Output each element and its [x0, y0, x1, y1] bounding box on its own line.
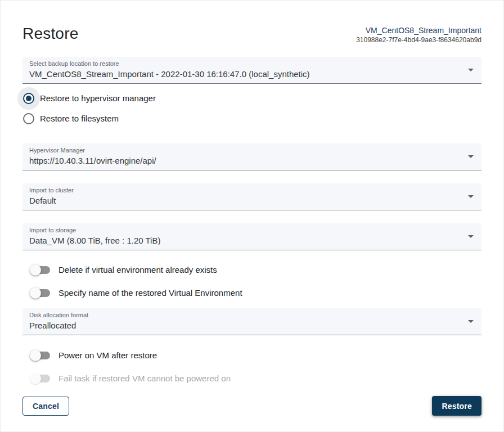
toggle-off-icon [32, 352, 50, 359]
radio-label: Restore to hypervisor manager [40, 93, 156, 104]
radio-halo [17, 87, 40, 110]
dropdown-arrow-icon [468, 195, 474, 198]
vm-name: VM_CentOS8_Stream_Important [356, 25, 482, 35]
radio-halo [17, 107, 40, 130]
dropdown-arrow-icon [468, 69, 474, 71]
backup-location-value: VM_CentOS8_Stream_Important - 2022-01-30… [29, 69, 461, 80]
dialog-header: Restore VM_CentOS8_Stream_Important 3109… [22, 24, 482, 44]
hypervisor-manager-select[interactable]: Hypervisor Manager https://10.40.3.11/ov… [22, 143, 482, 170]
dropdown-arrow-icon [468, 320, 474, 323]
toggle-off-icon [32, 266, 50, 274]
import-cluster-label: Import to cluster [29, 187, 461, 194]
toggle-specify-name[interactable]: Specify name of the restored Virtual Env… [22, 284, 482, 302]
cancel-button[interactable]: Cancel [22, 397, 69, 416]
import-cluster-value: Default [29, 195, 461, 206]
hypervisor-manager-value: https://10.40.3.11/ovirt-engine/api/ [29, 155, 461, 166]
import-cluster-select[interactable]: Import to cluster Default [22, 183, 482, 210]
disk-allocation-value: Preallocated [29, 320, 461, 331]
action-bar: Cancel Restore [22, 396, 482, 416]
toggle-power-on-vm[interactable]: Power on VM after restore [22, 346, 482, 364]
import-storage-value: Data_VM (8.00 TiB, free : 1.20 TiB) [29, 235, 461, 246]
restore-dialog: Restore VM_CentOS8_Stream_Important 3109… [0, 0, 504, 432]
toggle-label: Fail task if restored VM cannot be power… [58, 373, 231, 384]
page-title: Restore [22, 24, 78, 43]
dropdown-arrow-icon [468, 235, 474, 238]
backup-location-label: Select backup location to restore [29, 60, 461, 68]
restore-target-radio-group: Restore to hypervisor manager Restore to… [17, 89, 482, 128]
disk-allocation-select[interactable]: Disk allocation format Preallocated [22, 308, 482, 335]
toggle-off-disabled-icon [32, 375, 50, 382]
import-storage-select[interactable]: Import to storage Data_VM (8.00 TiB, fre… [22, 223, 482, 250]
toggle-delete-if-exists[interactable]: Delete if virtual environment already ex… [22, 261, 482, 279]
import-storage-label: Import to storage [29, 227, 461, 234]
dropdown-arrow-icon [468, 155, 474, 158]
backup-location-select[interactable]: Select backup location to restore VM_Cen… [22, 57, 482, 84]
radio-unselected-icon [23, 113, 34, 124]
toggle-label: Specify name of the restored Virtual Env… [58, 287, 242, 299]
toggle-fail-task-disabled: Fail task if restored VM cannot be power… [22, 370, 482, 388]
toggle-label: Power on VM after restore [58, 350, 157, 361]
vm-uuid: 310988e2-7f7e-4bd4-9ae3-f8634620ab9d [356, 36, 482, 44]
radio-restore-to-hypervisor[interactable]: Restore to hypervisor manager [17, 89, 482, 107]
toggle-off-icon [32, 289, 50, 297]
hypervisor-manager-label: Hypervisor Manager [29, 147, 461, 154]
radio-selected-icon [23, 93, 34, 104]
restore-button[interactable]: Restore [432, 396, 482, 416]
disk-allocation-label: Disk allocation format [29, 312, 461, 319]
vm-meta: VM_CentOS8_Stream_Important 310988e2-7f7… [356, 25, 482, 44]
toggle-label: Delete if virtual environment already ex… [58, 264, 217, 276]
radio-restore-to-filesystem[interactable]: Restore to filesystem [17, 110, 482, 128]
radio-label: Restore to filesystem [40, 113, 119, 124]
